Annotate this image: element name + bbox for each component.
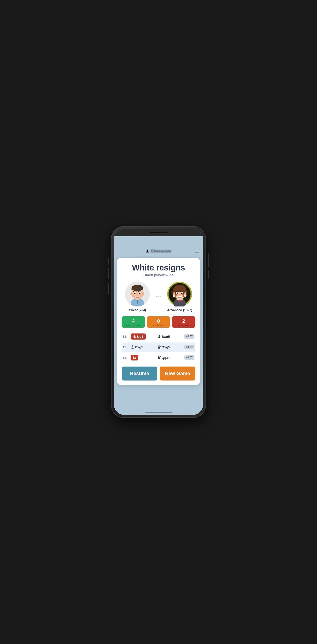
move-13-black-piece: ♛ (157, 345, 161, 350)
move-14-black: ♛ Qg3+ (157, 355, 184, 360)
game-result-modal: White resigns Black player wins (117, 258, 200, 385)
result-subtitle: Black player wins (122, 273, 195, 277)
black-player-name: Advanced (1827) (167, 308, 192, 312)
phone-notch (114, 229, 203, 236)
move-13-white-piece: ♗ (131, 345, 134, 350)
phone-speaker (149, 232, 167, 233)
chess-pawn-icon: ♟ (146, 249, 149, 254)
move-14-white: f3 (131, 355, 157, 360)
players-row: Guest (704) ··· (122, 282, 195, 312)
mute-button (108, 258, 109, 264)
svg-point-64 (181, 292, 183, 294)
white-player-name: Guest (704) (129, 308, 146, 312)
svg-rect-6 (131, 288, 143, 290)
home-indicator[interactable] (145, 412, 172, 413)
mistakes-label: MISTAKES (148, 324, 169, 327)
front-camera (130, 232, 132, 234)
result-title: White resigns (122, 263, 195, 272)
move-13-white: ♗ Bxg5 (131, 345, 157, 350)
svg-point-15 (140, 294, 143, 297)
move-13-black-text: ♛ Qxg5 (157, 345, 170, 350)
svg-point-66 (174, 294, 178, 298)
best-moves-label: BEST MOVES (123, 324, 144, 327)
mistakes-stat: 0 MISTAKES (147, 316, 170, 328)
phone-device: ♟ Chesscom White resigns Black player wi… (111, 226, 206, 418)
move-row-14: 14. f3 ♛ Qg3+ +0.07 (122, 352, 195, 363)
svg-point-65 (179, 294, 181, 296)
svg-point-13 (136, 294, 138, 296)
move-row-13: 13. ♗ Bxg5 ♛ Qxg5 (122, 342, 195, 352)
white-player: Guest (704) (124, 282, 151, 312)
move-row-12: 12. ♞ Ng5 ♝ Bxg5 +0.47 (122, 331, 195, 342)
menu-icon[interactable] (195, 250, 199, 252)
blunders-label: BLUNDERS (173, 324, 194, 327)
move-13-black: ♛ Qxg5 (157, 345, 184, 350)
app-header: ♟ Chesscom (114, 246, 203, 256)
phone-screen: ♟ Chesscom White resigns Black player wi… (114, 229, 203, 415)
new-game-button[interactable]: New Game (160, 366, 195, 380)
white-avatar (125, 282, 150, 306)
move-12-black: ♝ Bxg5 (157, 334, 184, 339)
svg-point-67 (182, 294, 185, 298)
mistakes-value: 0 (148, 318, 169, 324)
move-12-white-badge: ♞ Ng5 (131, 334, 146, 340)
svg-point-12 (139, 292, 140, 294)
move-14-black-piece: ♛ (157, 355, 161, 360)
move-14-black-text: ♛ Qg3+ (157, 355, 170, 360)
best-moves-stat: 4 BEST MOVES (122, 316, 145, 328)
svg-point-11 (134, 292, 136, 294)
svg-point-14 (132, 294, 135, 297)
action-buttons: Resume New Game (122, 366, 195, 380)
move-14-score: +0.07 (184, 355, 194, 360)
move-12-number: 12. (122, 334, 131, 338)
move-13-white-text: ♗ Bxg5 (131, 345, 143, 350)
winner-avatar-container (167, 282, 192, 306)
volume-button (208, 270, 209, 279)
move-12-black-piece: ♝ (157, 334, 161, 339)
black-player: Advanced (1827) (166, 282, 193, 312)
blunders-stat: 2 BLUNDERS (172, 316, 195, 328)
best-moves-value: 4 (123, 318, 144, 324)
resume-button[interactable]: Resume (122, 366, 157, 380)
moves-list: 12. ♞ Ng5 ♝ Bxg5 +0.47 (122, 331, 195, 363)
blunders-value: 2 (173, 318, 194, 324)
status-bar (114, 236, 203, 246)
move-14-white-badge: f3 (131, 355, 138, 360)
move-12-score: +0.47 (184, 334, 194, 339)
app-title: Chesscom (151, 249, 171, 254)
move-13-number: 13. (122, 345, 131, 349)
svg-rect-68 (179, 300, 182, 302)
volume-down-button (108, 282, 109, 294)
move-12-black-text: ♝ Bxg5 (157, 334, 170, 339)
volume-up-button (108, 268, 109, 279)
move-12-white: ♞ Ng5 (131, 334, 157, 340)
svg-point-63 (177, 292, 178, 294)
vs-separator: ··· (156, 294, 161, 300)
power-button (208, 253, 209, 267)
stats-row: 4 BEST MOVES 0 MISTAKES 2 BLUNDERS (122, 316, 195, 328)
move-14-number: 14. (122, 356, 131, 360)
move-13-score: +0.27 (184, 345, 194, 350)
